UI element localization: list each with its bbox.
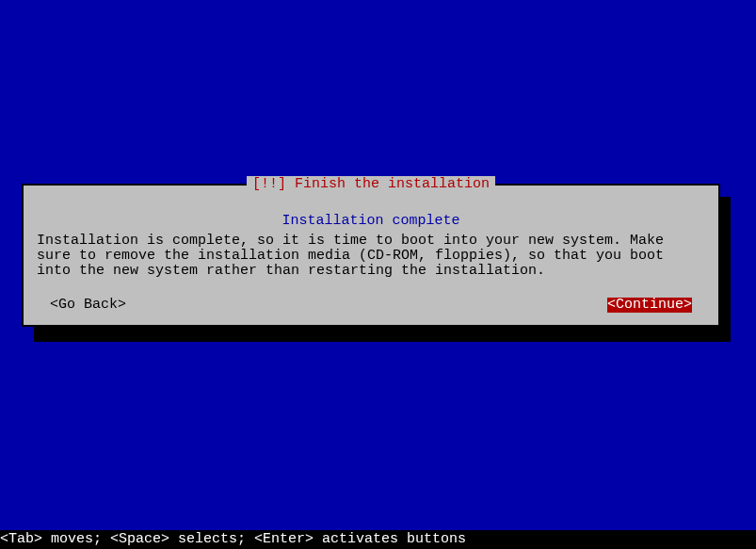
dialog-button-row: <Go Back> <Continue> xyxy=(37,298,705,314)
dialog-title: [!!] Finish the installation xyxy=(247,176,495,192)
installer-dialog: [!!] Finish the installation Installatio… xyxy=(22,184,720,327)
dialog-title-wrap: [!!] Finish the installation xyxy=(24,177,718,193)
go-back-button[interactable]: <Go Back> xyxy=(50,298,126,314)
dialog-subtitle: Installation complete xyxy=(37,214,705,230)
help-bar: <Tab> moves; <Space> selects; <Enter> ac… xyxy=(0,530,756,550)
dialog-content: Installation complete Installation is co… xyxy=(24,186,718,322)
continue-button[interactable]: <Continue> xyxy=(607,298,692,314)
dialog-body-text: Installation is complete, so it is time … xyxy=(37,234,705,279)
